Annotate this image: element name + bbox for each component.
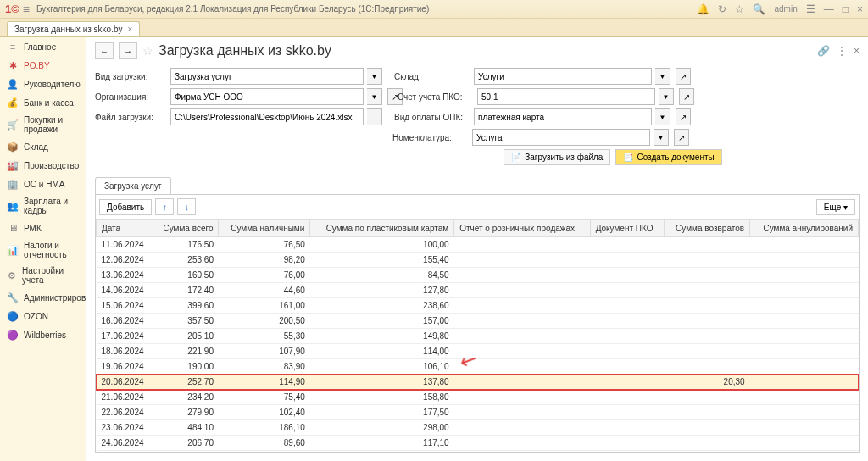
sidebar-icon: ✱ (7, 59, 19, 71)
table-row[interactable]: 24.06.2024206,7089,60117,10 (97, 436, 859, 451)
table-row[interactable]: 15.06.2024399,60161,00238,60 (97, 298, 859, 314)
sidebar-label: Производство (24, 161, 79, 170)
dd-sklad[interactable]: ▼ (655, 68, 670, 85)
col-header[interactable]: Сумма всего (153, 220, 219, 237)
sidebar-item-налоги-и-отчетность[interactable]: 📊Налоги и отчетность (0, 237, 86, 263)
user-menu-icon[interactable]: ☰ (806, 3, 815, 15)
table-row[interactable]: 12.06.2024253,6098,20155,40 (97, 253, 859, 268)
sidebar-item-администрирование[interactable]: 🔧Администрирование (0, 288, 86, 307)
sidebar-item-склад[interactable]: 📦Склад (0, 137, 86, 156)
sidebar-icon: 🔧 (7, 292, 19, 303)
load-file-button[interactable]: 📄Загрузить из файла (504, 149, 610, 165)
maximize-icon[interactable]: □ (843, 3, 849, 15)
input-vid[interactable] (170, 68, 364, 85)
label-nom: Номенклатура: (392, 133, 469, 142)
file-icon: 📄 (511, 153, 521, 162)
col-header[interactable]: Сумма по пластиковым картам (310, 220, 454, 237)
open-schet[interactable]: ↗ (679, 88, 694, 105)
sidebar-item-покупки-и-продажи[interactable]: 🛒Покупки и продажи (0, 112, 86, 137)
sidebar-item-ос-и-нма[interactable]: 🏢ОС и НМА (0, 175, 86, 193)
table-row[interactable]: 11.06.2024176,5076,50100,00 (97, 237, 859, 253)
sidebar-icon: 🟣 (7, 329, 19, 341)
table-row[interactable]: 18.06.2024221,90107,90114,00 (97, 344, 859, 359)
input-schet[interactable] (477, 88, 655, 105)
sidebar-icon: ≡ (7, 41, 19, 53)
sidebar-label: РМК (24, 224, 42, 233)
sidebar-icon: 🏭 (7, 159, 19, 171)
browse-file[interactable]: … (367, 108, 382, 125)
link-icon[interactable]: 🔗 (817, 45, 830, 57)
table-row[interactable]: 17.06.2024205,1055,30149,80 (97, 329, 859, 344)
star-icon[interactable]: ☆ (735, 3, 744, 15)
table-row[interactable]: 22.06.2024279,90102,40177,50 (97, 405, 859, 420)
favorite-icon[interactable]: ☆ (142, 44, 153, 58)
sidebar-label: Покупки и продажи (24, 115, 79, 134)
sidebar-label: Налоги и отчетность (24, 241, 79, 259)
col-header[interactable]: Сумма возвратов (664, 220, 749, 237)
col-header[interactable]: Отчет о розничных продажах (454, 220, 590, 237)
sidebar-item-зарплата-и-кадры[interactable]: 👥Зарплата и кадры (0, 193, 86, 219)
dd-vid[interactable]: ▼ (367, 68, 382, 85)
move-up-button[interactable]: ↑ (155, 198, 174, 215)
table-tab[interactable]: Загрузка услуг (95, 177, 171, 194)
nav-fwd-button[interactable]: → (119, 42, 137, 59)
sidebar-item-производство[interactable]: 🏭Производство (0, 156, 86, 175)
dd-schet[interactable]: ▼ (659, 88, 674, 105)
sidebar-label: Банк и касса (24, 98, 74, 108)
search-icon[interactable]: 🔍 (753, 3, 765, 15)
create-docs-button[interactable]: 📑Создать документы (615, 149, 721, 165)
form-area: Вид загрузки: ▼ Склад: ▼ ↗ Организация: … (86, 64, 868, 172)
sidebar-label: OZON (24, 312, 48, 321)
open-nom[interactable]: ↗ (674, 129, 689, 146)
col-header[interactable]: Дата (97, 220, 153, 237)
sidebar-item-рмк[interactable]: 🖥РМК (0, 219, 86, 237)
table-row[interactable]: 19.06.2024190,0083,90106,10 (97, 359, 859, 375)
table-row[interactable]: 20.06.2024252,70114,90137,8020,30 (97, 375, 859, 390)
input-nom[interactable] (472, 129, 650, 146)
app-logo: 1© (5, 3, 19, 15)
open-sklad[interactable]: ↗ (676, 68, 691, 85)
tab-skko[interactable]: Загрузка данных из skko.by × (7, 21, 140, 36)
table-row[interactable]: 14.06.2024172,4044,60127,80 (97, 283, 859, 298)
more-button[interactable]: Еще ▾ (816, 199, 855, 215)
move-down-button[interactable]: ↓ (177, 198, 196, 215)
dd-org[interactable]: ▼ (367, 88, 382, 105)
col-header[interactable]: Сумма аннулирований (750, 220, 859, 237)
user-label[interactable]: admin (774, 4, 797, 14)
col-header[interactable]: Документ ПКО (590, 220, 664, 237)
table-row[interactable]: 23.06.2024484,10186,10298,00 (97, 420, 859, 436)
sidebar-item-главное[interactable]: ≡Главное (0, 37, 86, 56)
kebab-icon[interactable]: ⋮ (837, 45, 847, 57)
input-org[interactable] (170, 88, 364, 105)
table-row[interactable]: 25.06.2024184,7098,1086,60 (97, 451, 859, 453)
add-button[interactable]: Добавить (99, 199, 152, 215)
input-opl[interactable] (474, 108, 652, 125)
table-row[interactable]: 21.06.2024234,2075,40158,80 (97, 390, 859, 405)
minimize-icon[interactable]: — (824, 3, 834, 15)
dd-nom[interactable]: ▼ (654, 129, 669, 146)
table-toolbar: Добавить ↑ ↓ Еще ▾ (95, 194, 860, 219)
col-header[interactable]: Сумма наличными (219, 220, 310, 237)
menu-icon[interactable]: ≡ (23, 3, 30, 16)
open-opl[interactable]: ↗ (676, 108, 691, 125)
sidebar-icon: 🛒 (7, 119, 19, 131)
table-row[interactable]: 13.06.2024160,5076,0084,50 (97, 268, 859, 283)
panel-close-icon[interactable]: × (854, 45, 860, 57)
sidebar-label: Зарплата и кадры (24, 197, 79, 215)
input-file[interactable] (170, 108, 364, 125)
dd-opl[interactable]: ▼ (655, 108, 670, 125)
input-sklad[interactable] (474, 68, 652, 85)
table-row[interactable]: 16.06.2024357,50200,50157,00 (97, 314, 859, 329)
sidebar-item-настройки-учета[interactable]: ⚙Настройки учета (0, 263, 86, 288)
sidebar-item-банк-и-касса[interactable]: 💰Банк и касса (0, 93, 86, 112)
sidebar-item-руководителю[interactable]: 👤Руководителю (0, 75, 86, 93)
history-icon[interactable]: ↻ (718, 3, 726, 15)
sidebar-item-ozon[interactable]: 🔵OZON (0, 307, 86, 325)
close-icon[interactable]: × (857, 3, 863, 15)
tab-close-icon[interactable]: × (127, 25, 132, 34)
bell-icon[interactable]: 🔔 (697, 3, 709, 15)
tab-label: Загрузка данных из skko.by (14, 25, 122, 34)
sidebar-item-wildberries[interactable]: 🟣Wildberries (0, 325, 86, 344)
sidebar-item-po.by[interactable]: ✱PO.BY (0, 56, 86, 75)
nav-back-button[interactable]: ← (95, 42, 114, 59)
